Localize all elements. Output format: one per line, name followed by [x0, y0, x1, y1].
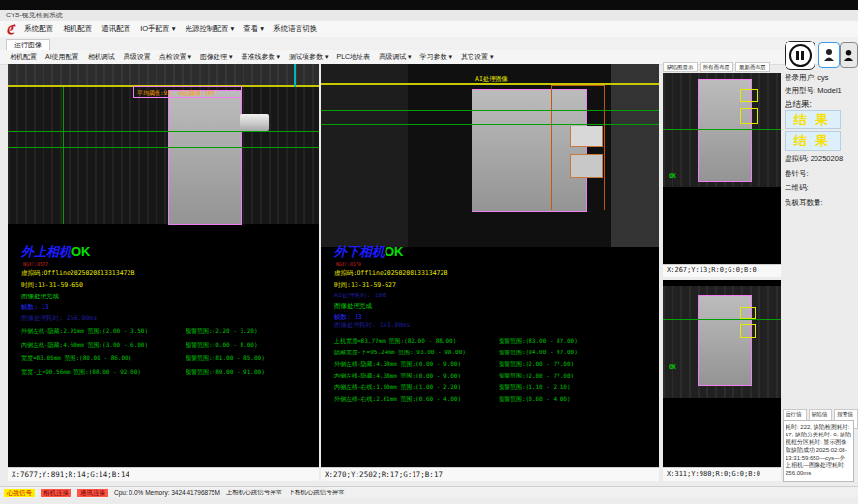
heartbeat-status-badge: 心跳信号: [4, 489, 35, 497]
right-frame-text: 帧数: 13: [334, 313, 362, 322]
camera-connect-badge: 相机连接: [41, 489, 72, 497]
tool-advanced-debug[interactable]: 高级调试 ▾: [379, 52, 411, 62]
right-camera-title: 外下相机OK: [334, 243, 404, 261]
tool-camera-debug[interactable]: 相机调试: [88, 52, 115, 62]
left-camera-name: 外上相机: [21, 244, 72, 259]
result-display-1: 结 果: [785, 110, 841, 129]
tool-learning-params[interactable]: 学习参数 ▾: [420, 52, 452, 62]
right-measure-warn: 预警范围:(2.00 - 77.00): [499, 372, 574, 380]
pause-button[interactable]: [785, 41, 815, 70]
preview-viewport-2[interactable]: OK: [663, 280, 781, 467]
right-measure-row: 上机宽度=83.77mm 范围:(82.00 - 88.00) 预警范围:(83…: [334, 337, 629, 346]
preview2-roi-2: [740, 324, 756, 338]
preview1-green-line: [663, 129, 781, 130]
preview-tab-defect[interactable]: 缺陷图显示: [663, 62, 698, 72]
tab-strip: 运行图像: [0, 37, 858, 51]
tool-baseline-params[interactable]: 基准线参数 ▾: [242, 52, 280, 62]
preview-tab-latest-layer[interactable]: 最新画布层: [735, 62, 770, 72]
right-measure-row: 内侧左线-右线:1.90mm 范围:(1.00 - 2.20) 预警范围:(1.…: [334, 383, 629, 392]
cpu-memory-text: Cpu: 0.0% Memory: 3424.41796875M: [114, 490, 220, 496]
control-panel: 登录用户: cys 使用型号: Model1 总结果: 结 果 结 果 虚拟码:…: [783, 41, 858, 487]
right-measure-row: 外侧左线-右线:2.61mm 范围:(0.60 - 4.00) 预警范围:(0.…: [334, 395, 629, 404]
login-user-label: 登录用户:: [785, 73, 815, 82]
preview1-roi-2: [740, 108, 758, 124]
left-annotation-text: 平均阈值:93, 动态阈值:100: [137, 89, 215, 98]
left-cyan-line: [294, 64, 296, 87]
qr-label: 二维码:: [785, 183, 809, 193]
right-measure-warn: 预警范围:(1.10 - 2.10): [499, 383, 571, 392]
menu-system-config[interactable]: 系统配置: [24, 24, 53, 34]
left-measure-warn: 预警范围:(2.20 - 3.20): [186, 327, 258, 336]
right-barcode-text: 虚拟码:Offline2025020813313472B: [334, 269, 447, 278]
menu-language-switch[interactable]: 系统语言切换: [273, 24, 317, 34]
left-photo-main: [8, 87, 319, 224]
tool-image-processing[interactable]: 图像处理 ▾: [200, 52, 232, 62]
left-measure-value: 内侧左线-隐藏:4.60mm 范围:(3.00 - 6.00): [21, 341, 148, 348]
needle-label: 卷针号:: [785, 169, 809, 179]
operator-button[interactable]: [840, 42, 858, 68]
menu-comm-config[interactable]: 通讯配置: [101, 24, 130, 34]
left-barcode-text: 虚拟码:Offline2025020813313472B: [21, 269, 134, 278]
right-green-line-1: [321, 110, 659, 111]
right-measure-value: 内侧左线-右线:1.90mm 范围:(1.00 - 2.20): [334, 383, 461, 390]
right-coords-bar: X:270;Y:2502;R:17;G:17;B:17: [321, 467, 659, 481]
right-camera-name: 外下相机: [334, 244, 385, 259]
left-result-ok: OK: [72, 244, 91, 259]
window-top-strip: [0, 0, 858, 10]
result-display-2: 结 果: [785, 131, 841, 151]
right-camera-viewport[interactable]: AI处理图像 外下相机OK NG灯:8170 虚拟码:Offline202502…: [321, 64, 659, 467]
tool-advanced-settings[interactable]: 高级设置: [124, 52, 151, 62]
model-label: 使用型号:: [785, 86, 815, 95]
preview2-green-line: [663, 319, 781, 320]
right-bright-spot-2: [570, 154, 603, 178]
preview-tab-all-layers[interactable]: 所有画布层: [700, 62, 734, 72]
comm-connect-badge: 通讯连接: [77, 489, 108, 497]
left-green-line-1: [8, 131, 319, 132]
left-connector-object: [240, 114, 269, 131]
left-measure-row: 外侧左线-隐藏:2.91mm 范围:(2.00 - 3.50) 预警范围:(2.…: [21, 327, 316, 336]
right-ng-text: NG灯:8170: [336, 261, 361, 266]
preview-viewport-1[interactable]: OK: [663, 73, 781, 264]
left-camera-viewport[interactable]: 平均阈值:93, 动态阈值:100 外上相机OK NG灯:8577 虚拟码:Of…: [8, 64, 319, 467]
user-login-button[interactable]: [818, 42, 840, 68]
right-measure-warn: 预警范围:(2.00 - 77.00): [499, 360, 574, 369]
model-row: 使用型号: Model1: [785, 86, 842, 96]
preview1-coords-bar: X:267;Y:13;R:0;G:0;B:0: [663, 264, 781, 277]
left-measure-row: 宽度=83.05mm 范围:(80.00 - 86.00) 预警范围:(81.0…: [21, 354, 316, 363]
left-camera-title: 外上相机OK: [21, 243, 91, 261]
menu-io-config[interactable]: IO手配置 ▾: [140, 24, 175, 34]
pause-icon: [789, 44, 812, 67]
left-time-text: 时间:13-31-59-650: [21, 281, 83, 290]
tool-plc-address[interactable]: PLC地址表: [337, 52, 371, 62]
left-green-vline: [63, 87, 64, 224]
left-part-region: [168, 90, 242, 225]
tool-other-settings[interactable]: 其它设置 ▾: [461, 52, 493, 62]
menu-view[interactable]: 查看 ▾: [243, 24, 264, 34]
tool-camera-config[interactable]: 相机配置: [10, 52, 37, 62]
right-measure-value: 外侧左线-隐藏:4.38mm 范围:(0.00 - 9.00): [334, 360, 461, 367]
menu-light-config[interactable]: 光源控制配置 ▾: [185, 24, 234, 34]
right-measure-row: 外侧左线-隐藏:4.38mm 范围:(0.00 - 9.00) 预警范围:(2.…: [334, 360, 629, 369]
right-measure-value: 上机宽度=83.77mm 范围:(82.00 - 88.00): [334, 337, 456, 344]
user-icon: [823, 48, 835, 62]
left-measure-warn: 预警范围:(81.00 - 85.00): [186, 354, 265, 363]
left-measure-warn: 预警范围:(89.00 - 91.00): [186, 368, 265, 377]
right-proc-time-text: 图像处理耗时: 143.00ms: [334, 322, 410, 330]
tool-spot-check[interactable]: 点检设置 ▾: [159, 52, 191, 62]
right-measure-value: 内侧左线-隐藏:4.38mm 范围:(0.00 - 9.00): [334, 372, 461, 378]
left-coords-bar: X:7677;Y:891;R:14;G:14;B:14: [8, 467, 319, 481]
left-measure-row: 宽度-上=90.56mm 范围:(88.00 - 92.00) 预警范围:(89…: [21, 368, 316, 377]
app-logo-icon: ℭ: [6, 23, 14, 36]
left-proc-time-text: 图像处理耗时: 256.00ms: [21, 314, 97, 322]
right-bright-spot-1: [570, 126, 603, 147]
login-user-row: 登录用户: cys: [785, 73, 828, 83]
app-window: CYS-视觉检测系统 ℭ 系统配置 相机配置 通讯配置 IO手配置 ▾ 光源控制…: [0, 0, 858, 504]
right-orange-roi: [551, 85, 605, 210]
menu-camera-config[interactable]: 相机配置: [63, 24, 92, 34]
left-measure-value: 外侧左线-隐藏:2.91mm 范围:(2.00 - 3.50): [21, 327, 148, 334]
right-measure-value: 隐藏宽度-下=95.24mm 范围:(93.00 - 98.00): [334, 349, 466, 355]
left-annotation-box: 平均阈值:93, 动态阈值:100: [133, 86, 242, 98]
preview1-result-text: OK: [669, 172, 676, 180]
tool-test-params[interactable]: 测试项参数 ▾: [289, 52, 328, 62]
tool-ai-config[interactable]: AI使用配置: [45, 52, 79, 62]
